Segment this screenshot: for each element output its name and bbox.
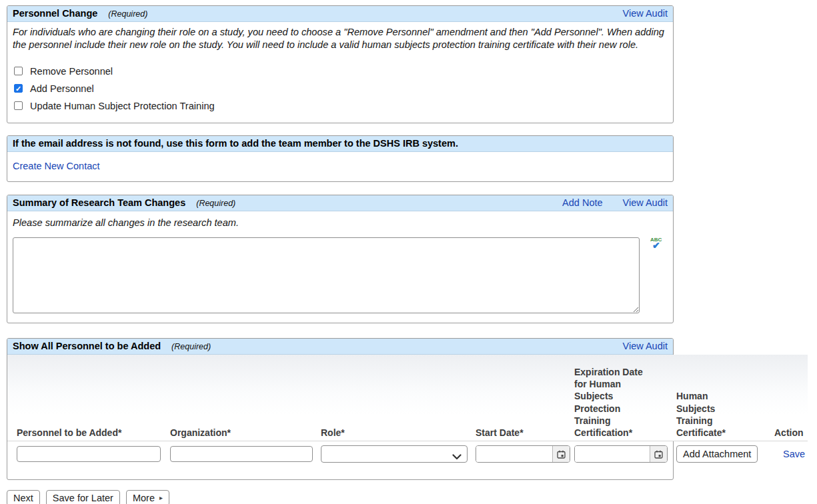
calendar-icon [557, 450, 566, 459]
spellcheck-icon[interactable]: ABC ✔ [650, 237, 665, 249]
view-audit-link[interactable]: View Audit [623, 8, 668, 19]
summary-body: Please summarize all changes in the rese… [7, 211, 673, 323]
required-label: (Required) [108, 9, 147, 19]
column-header-certificate: Human Subjects Training Certificate* [676, 390, 774, 439]
view-audit-link[interactable]: View Audit [623, 341, 668, 351]
summary-textarea[interactable] [13, 237, 640, 313]
checkbox-label: Update Human Subject Protection Training [30, 101, 215, 111]
amendment-form-page: Personnel Change (Required) View Audit F… [0, 5, 817, 504]
section-title: Show All Personnel to be Added [13, 341, 161, 351]
column-header-expiration-date: Expiration Date for Human Subjects Prote… [574, 366, 676, 439]
add-personnel-checkbox[interactable] [14, 84, 23, 93]
personnel-to-be-added-input[interactable] [17, 446, 161, 462]
section-title: Summary of Research Team Changes [13, 197, 185, 208]
save-row-link[interactable]: Save [783, 449, 805, 459]
email-not-found-header: If the email address is not found, use t… [7, 136, 673, 152]
personnel-table-row: Add Attachment Save [7, 441, 808, 471]
column-header-start-date: Start Date* [476, 427, 574, 439]
personnel-change-body: For individuals who are changing their r… [7, 26, 673, 123]
column-header-role: Role* [321, 427, 476, 439]
checkbox-row-remove-personnel: Remove Personnel [14, 63, 668, 80]
start-date-calendar-button[interactable] [552, 446, 570, 462]
start-date-input[interactable] [476, 446, 552, 462]
email-not-found-section: If the email address is not found, use t… [7, 135, 674, 182]
view-audit-link[interactable]: View Audit [623, 197, 668, 208]
checkbox-row-update-training: Update Human Subject Protection Training [14, 97, 668, 115]
summary-section: Summary of Research Team Changes (Requir… [7, 195, 674, 323]
organization-input[interactable] [170, 446, 313, 462]
create-new-contact-link[interactable]: Create New Contact [13, 161, 100, 171]
section-title: If the email address is not found, use t… [13, 138, 458, 149]
calendar-icon [654, 450, 663, 459]
personnel-table-column-headers: Personnel to be Added* Organization* Rol… [7, 355, 808, 441]
column-header-organization: Organization* [170, 427, 321, 439]
required-label: (Required) [196, 199, 235, 208]
personnel-change-header: Personnel Change (Required) View Audit [7, 6, 673, 22]
more-arrow-icon: ▸ [159, 495, 163, 501]
expiration-date-calendar-button[interactable] [650, 446, 667, 462]
form-footer: Next Save for Later More ▸ [7, 490, 817, 504]
expiration-date-input[interactable] [575, 446, 650, 462]
personnel-change-section: Personnel Change (Required) View Audit F… [7, 5, 674, 123]
section-title: Personnel Change [13, 8, 97, 19]
email-not-found-body: Create New Contact [7, 152, 673, 181]
next-button[interactable]: Next [7, 490, 40, 504]
add-attachment-button[interactable]: Add Attachment [676, 445, 758, 463]
personnel-table: Personnel to be Added* Organization* Rol… [7, 355, 808, 471]
more-button-label: More [133, 493, 155, 503]
personnel-change-options: Remove Personnel Add Personnel Update Hu… [14, 63, 668, 115]
add-note-link[interactable]: Add Note [562, 197, 602, 208]
remove-personnel-checkbox[interactable] [14, 67, 23, 75]
column-header-personnel: Personnel to be Added* [17, 427, 170, 439]
checkbox-label: Remove Personnel [30, 66, 113, 77]
summary-instructions: Please summarize all changes in the rese… [13, 217, 662, 229]
personnel-change-instructions: For individuals who are changing their r… [13, 26, 668, 52]
column-header-action: Action [774, 427, 808, 439]
update-training-checkbox[interactable] [14, 101, 23, 110]
summary-header: Summary of Research Team Changes (Requir… [7, 195, 673, 211]
required-label: (Required) [171, 342, 211, 351]
checkbox-label: Add Personnel [30, 83, 94, 94]
role-select[interactable] [321, 445, 468, 463]
checkbox-row-add-personnel: Add Personnel [14, 80, 668, 97]
more-button[interactable]: More ▸ [126, 490, 169, 504]
spellcheck-checkmark-glyph: ✔ [652, 241, 665, 249]
save-for-later-button[interactable]: Save for Later [46, 490, 120, 504]
personnel-to-be-added-section: Show All Personnel to be Added (Required… [7, 338, 674, 480]
personnel-table-header-bar: Show All Personnel to be Added (Required… [7, 339, 673, 355]
